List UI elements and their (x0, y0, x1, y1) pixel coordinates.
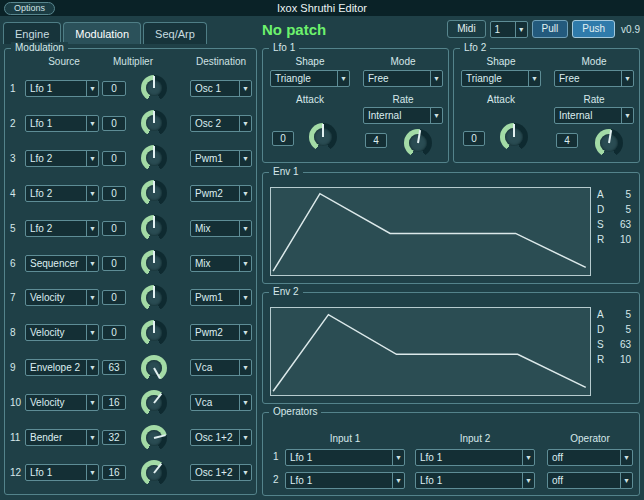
mod-multiplier-input[interactable]: 0 (102, 81, 126, 96)
operator-input2-select[interactable]: Lfo 1▼ (415, 472, 535, 489)
lfo1-attack-input[interactable]: 0 (272, 131, 294, 146)
env1-graph[interactable] (270, 187, 591, 276)
mod-multiplier-knob[interactable] (141, 460, 167, 486)
mod-multiplier-input[interactable]: 0 (102, 290, 126, 305)
attack-label: Attack (270, 94, 350, 105)
mod-source-select[interactable]: Envelope 2▼ (25, 359, 99, 376)
operator-input1-select[interactable]: Lfo 1▼ (285, 449, 405, 466)
source-column-header: Source (27, 56, 101, 67)
mod-row: 4 Lfo 2▼ 0 Pwm2▼ (8, 176, 253, 211)
lfo2-rate-knob[interactable] (595, 129, 623, 157)
lfo2-attack-input[interactable]: 0 (463, 131, 485, 146)
mod-source-select[interactable]: Velocity▼ (25, 394, 99, 411)
mod-source-select[interactable]: Velocity▼ (25, 324, 99, 341)
mod-multiplier-input[interactable]: 0 (102, 186, 126, 201)
mod-multiplier-knob[interactable] (141, 110, 167, 136)
env-param-label: S (597, 339, 604, 350)
env-param-label: A (597, 189, 604, 200)
mod-destination-select[interactable]: Osc 2▼ (190, 115, 252, 132)
lfo2-attack-knob[interactable] (500, 123, 528, 151)
operator-input2-value: Lfo 1 (416, 475, 522, 486)
mod-source-select[interactable]: Lfo 2▼ (25, 220, 99, 237)
header: Engine Modulation Seq/Arp No patch Midi … (0, 16, 644, 44)
input2-column-header: Input 2 (415, 433, 535, 444)
mod-source-select[interactable]: Lfo 1▼ (25, 464, 99, 481)
mod-multiplier-knob[interactable] (141, 180, 167, 206)
knob-cell (126, 355, 182, 381)
tab-engine[interactable]: Engine (3, 22, 61, 44)
mod-multiplier-knob[interactable] (141, 75, 167, 101)
mod-destination-select[interactable]: Vca▼ (190, 359, 252, 376)
operator-mode-select[interactable]: off▼ (547, 449, 633, 466)
midi-channel-select[interactable]: 1 ▼ (490, 21, 528, 38)
lfo2-shape-select[interactable]: Triangle▼ (461, 70, 541, 87)
mod-source-select[interactable]: Bender▼ (25, 429, 99, 446)
env1-panel: Env 1 A5 D5 S63 R10 (262, 172, 640, 284)
mod-source-select[interactable]: Lfo 1▼ (25, 80, 99, 97)
mod-multiplier-input[interactable]: 0 (102, 325, 126, 340)
mod-multiplier-input[interactable]: 63 (102, 360, 126, 375)
mod-source-select[interactable]: Lfo 2▼ (25, 150, 99, 167)
env2-graph[interactable] (270, 307, 591, 396)
mod-multiplier-input[interactable]: 0 (102, 116, 126, 131)
lfo1-shape-select[interactable]: Triangle▼ (270, 70, 350, 87)
mod-source-select[interactable]: Velocity▼ (25, 289, 99, 306)
operator-mode-select[interactable]: off▼ (547, 472, 633, 489)
mod-source-select[interactable]: Lfo 1▼ (25, 115, 99, 132)
mod-destination-select[interactable]: Osc 1+2▼ (190, 464, 252, 481)
lfo1-rate-input[interactable]: 4 (365, 133, 387, 148)
lfo2-mode-select[interactable]: Free▼ (554, 70, 634, 87)
lfo2-rate-input[interactable]: 4 (556, 133, 578, 148)
lfo1-attack-knob[interactable] (309, 123, 337, 151)
push-button[interactable]: Push (572, 20, 615, 38)
mod-multiplier-knob[interactable] (141, 285, 167, 311)
mod-multiplier-input[interactable]: 16 (102, 395, 126, 410)
knob-cell (126, 215, 182, 241)
chevron-down-icon: ▼ (239, 151, 251, 166)
mod-destination-select[interactable]: Osc 1▼ (190, 80, 252, 97)
mod-destination-select[interactable]: Mix▼ (190, 220, 252, 237)
mod-multiplier-knob[interactable] (141, 250, 167, 276)
chevron-down-icon: ▼ (86, 360, 98, 375)
mod-destination-select[interactable]: Osc 1+2▼ (190, 429, 252, 446)
operator-input2-select[interactable]: Lfo 1▼ (415, 449, 535, 466)
mod-multiplier-knob[interactable] (141, 425, 167, 451)
operators-panel: Operators Input 1 Input 2 Operator 1 Lfo… (262, 412, 640, 496)
mod-multiplier-input[interactable]: 0 (102, 256, 126, 271)
mod-row: 1 Lfo 1▼ 0 Osc 1▼ (8, 71, 253, 106)
operator-input1-select[interactable]: Lfo 1▼ (285, 472, 405, 489)
mod-multiplier-knob[interactable] (141, 145, 167, 171)
tab-seqarp[interactable]: Seq/Arp (143, 22, 207, 44)
operator-mode-value: off (548, 452, 620, 463)
mod-source-select[interactable]: Lfo 2▼ (25, 185, 99, 202)
options-button[interactable]: Options (4, 2, 55, 15)
mod-destination-select[interactable]: Vca▼ (190, 394, 252, 411)
mod-destination-select[interactable]: Pwm1▼ (190, 289, 252, 306)
shape-label: Shape (270, 56, 350, 67)
mod-multiplier-knob[interactable] (141, 355, 167, 381)
mod-source-value: Velocity (26, 292, 86, 303)
midi-button[interactable]: Midi (447, 20, 485, 38)
mod-multiplier-knob[interactable] (141, 215, 167, 241)
env2-curve (273, 315, 586, 392)
mod-multiplier-input[interactable]: 0 (102, 151, 126, 166)
mod-multiplier-input[interactable]: 0 (102, 221, 126, 236)
mod-multiplier-knob[interactable] (141, 390, 167, 416)
lfo1-mode-select[interactable]: Free▼ (363, 70, 443, 87)
env1-curve (273, 194, 586, 272)
knob-cell (126, 75, 182, 101)
mod-destination-select[interactable]: Pwm1▼ (190, 150, 252, 167)
tab-modulation[interactable]: Modulation (63, 22, 141, 44)
mod-multiplier-input[interactable]: 32 (102, 430, 126, 445)
lfo1-rate-source-select[interactable]: Internal▼ (363, 107, 443, 124)
lfo2-rate-source-select[interactable]: Internal▼ (554, 107, 634, 124)
mod-destination-select[interactable]: Pwm2▼ (190, 185, 252, 202)
mod-destination-select[interactable]: Pwm2▼ (190, 324, 252, 341)
mod-multiplier-input[interactable]: 16 (102, 465, 126, 480)
operator-input1-value: Lfo 1 (286, 452, 392, 463)
pull-button[interactable]: Pull (532, 20, 569, 38)
mod-destination-select[interactable]: Mix▼ (190, 255, 252, 272)
mod-source-select[interactable]: Sequencer▼ (25, 255, 99, 272)
mod-multiplier-knob[interactable] (141, 320, 167, 346)
lfo1-rate-knob[interactable] (404, 129, 432, 157)
